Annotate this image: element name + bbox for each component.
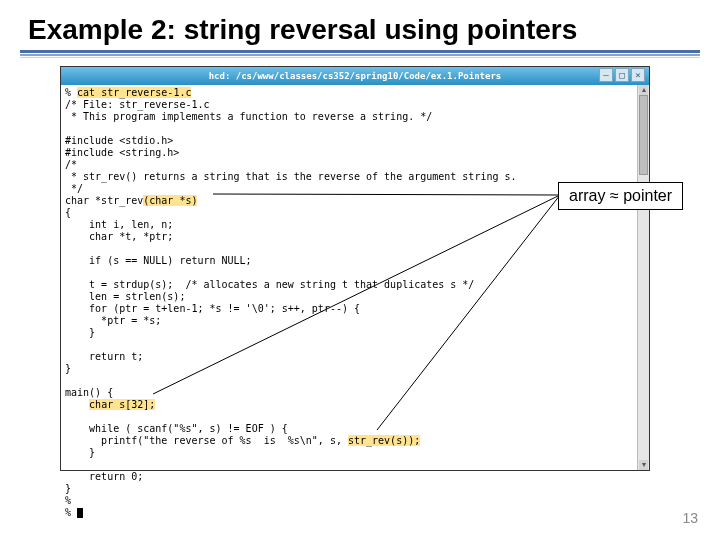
scrollbar-thumb[interactable]	[639, 95, 648, 175]
page-number: 13	[682, 510, 698, 526]
cursor	[77, 508, 83, 518]
highlight-fn-param: (char *s)	[143, 195, 197, 206]
slide-title: Example 2: string reversal using pointer…	[0, 0, 720, 50]
minimize-button[interactable]: –	[599, 68, 613, 82]
maximize-button[interactable]: □	[615, 68, 629, 82]
scroll-down-icon[interactable]: ▾	[639, 460, 648, 470]
highlight-cat-cmd: cat str_reverse-1.c	[77, 87, 191, 98]
callout-text: array ≈ pointer	[569, 187, 672, 204]
terminal-window: hcd: /cs/www/classes/cs352/spring10/Code…	[60, 66, 650, 471]
scrollbar[interactable]: ▴ ▾	[637, 85, 649, 470]
window-buttons: – □ ×	[599, 68, 645, 82]
highlight-array-decl: char s[32];	[89, 399, 155, 410]
terminal-titlebar: hcd: /cs/www/classes/cs352/spring10/Code…	[61, 67, 649, 85]
terminal-title-text: hcd: /cs/www/classes/cs352/spring10/Code…	[209, 71, 502, 81]
highlight-strrev-call: str_rev(s));	[348, 435, 420, 446]
title-underline	[20, 50, 700, 58]
scroll-up-icon[interactable]: ▴	[639, 85, 648, 95]
close-button[interactable]: ×	[631, 68, 645, 82]
callout-box: array ≈ pointer	[558, 182, 683, 210]
terminal-body: % cat str_reverse-1.c /* File: str_rever…	[61, 85, 649, 521]
